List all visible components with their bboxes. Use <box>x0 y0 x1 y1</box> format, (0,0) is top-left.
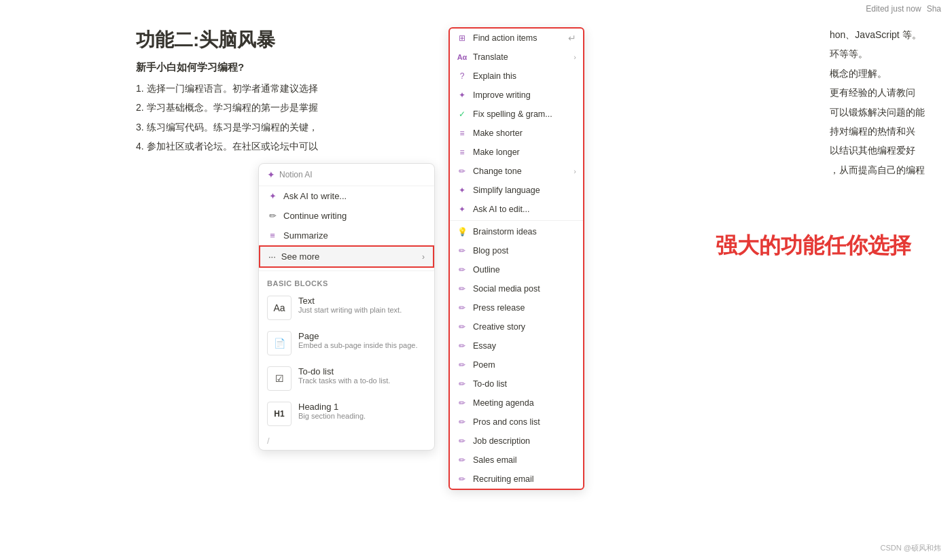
see-more-label: See more <box>281 251 319 262</box>
outline-item[interactable]: ✏ Outline <box>450 260 583 279</box>
explain-left: ? Explain this <box>457 71 516 82</box>
make-shorter-item[interactable]: ≡ Make shorter <box>450 124 583 143</box>
blog-post-item[interactable]: ✏ Blog post <box>450 241 583 260</box>
share-button[interactable]: Sha <box>927 4 941 14</box>
basic-blocks-header: Basic blocks <box>259 274 434 290</box>
find-action-left: ⊞ Find action items <box>457 33 537 43</box>
tone-arrow: › <box>574 167 576 175</box>
tone-icon: ✏ <box>457 166 468 177</box>
creative-label: Creative story <box>473 322 525 332</box>
ai-icon: ✦ <box>267 169 275 180</box>
pencil-icon-14: ✏ <box>457 474 468 485</box>
block-h1-desc: Big section heading. <box>298 412 366 420</box>
question-icon: ? <box>457 71 468 82</box>
creative-left: ✏ Creative story <box>457 321 525 332</box>
translate-label: Translate <box>473 52 508 62</box>
tone-left: ✏ Change tone <box>457 166 522 177</box>
tone-label: Change tone <box>473 167 522 176</box>
fix-spelling-item[interactable]: ✓ Fix spelling & gram... <box>450 105 583 124</box>
meeting-left: ✏ Meeting agenda <box>457 398 534 408</box>
h1-block-icon: H1 <box>267 402 292 426</box>
bulb-icon: 💡 <box>457 226 468 237</box>
pencil-icon-3: ✏ <box>457 264 468 275</box>
todo-left: ✏ To-do list <box>457 379 507 389</box>
page-block-icon: 📄 <box>267 331 292 355</box>
change-tone-item[interactable]: ✏ Change tone › <box>450 162 583 181</box>
translate-item[interactable]: Aα Translate › <box>450 48 583 67</box>
creative-story-item[interactable]: ✏ Creative story <box>450 317 583 336</box>
ask-ai-write-label: Ask AI to write... <box>283 191 347 201</box>
checkmark-icon: ✓ <box>457 109 468 120</box>
notion-ai-popup: ✦ Notion AI ✦ Ask AI to write... ✏ Conti… <box>258 163 435 451</box>
right-line-2: 环等等。 <box>830 46 925 61</box>
edited-status: Edited just now <box>866 4 921 14</box>
popup-title: Notion AI <box>279 170 313 179</box>
block-text-item[interactable]: Aa Text Just start writing with plain te… <box>259 290 434 326</box>
list-icon: ≡ <box>267 230 278 241</box>
blog-left: ✏ Blog post <box>457 245 508 256</box>
longer-left: ≡ Make longer <box>457 147 520 158</box>
sales-email-item[interactable]: ✏ Sales email <box>450 451 583 470</box>
pencil-icon-4: ✏ <box>457 283 468 294</box>
pencil-icon-1: ✏ <box>267 211 278 221</box>
right-line-7: 以结识其他编程爱好 <box>830 143 925 158</box>
simplify-item[interactable]: ✦ Simplify language <box>450 181 583 200</box>
social-media-item[interactable]: ✏ Social media post <box>450 279 583 298</box>
social-label: Social media post <box>473 284 540 294</box>
block-page-item[interactable]: 📄 Page Embed a sub-page inside this page… <box>259 326 434 361</box>
shorter-left: ≡ Make shorter <box>457 128 523 139</box>
right-line-8: ，从而提高自己的编程 <box>830 162 925 177</box>
pencil-icon-12: ✏ <box>457 436 468 447</box>
block-h1-item[interactable]: H1 Heading 1 Big section heading. <box>259 396 434 432</box>
poem-item[interactable]: ✏ Poem <box>450 355 583 374</box>
ask-ai-write-item[interactable]: ✦ Ask AI to write... <box>259 186 434 206</box>
simplify-left: ✦ Simplify language <box>457 185 540 196</box>
make-longer-item[interactable]: ≡ Make longer <box>450 143 583 162</box>
todo-list-item[interactable]: ✏ To-do list <box>450 374 583 393</box>
sparkle-icon: ✦ <box>267 191 278 201</box>
essay-item[interactable]: ✏ Essay <box>450 336 583 355</box>
grid-icon: ⊞ <box>457 33 468 43</box>
translate-icon: Aα <box>457 52 468 63</box>
poem-label: Poem <box>473 360 495 370</box>
recruiting-email-item[interactable]: ✏ Recruiting email <box>450 470 583 489</box>
poem-left: ✏ Poem <box>457 360 495 370</box>
outline-label: Outline <box>473 265 500 275</box>
see-more-left: ··· See more <box>268 251 319 262</box>
fix-label: Fix spelling & gram... <box>473 109 552 119</box>
improve-writing-item[interactable]: ✦ Improve writing <box>450 86 583 105</box>
summarize-label: Summarize <box>283 230 328 241</box>
pros-left: ✏ Pros and cons list <box>457 417 540 427</box>
sales-left: ✏ Sales email <box>457 455 517 466</box>
brainstorm-item[interactable]: 💡 Brainstorm ideas <box>450 222 583 241</box>
todo-label: To-do list <box>473 379 507 389</box>
see-more-item[interactable]: ··· See more › <box>259 245 434 268</box>
todo-block-icon: ☑ <box>267 366 292 391</box>
explain-this-item[interactable]: ? Explain this <box>450 67 583 86</box>
translate-left: Aα Translate <box>457 52 508 63</box>
block-page-desc: Embed a sub-page inside this page. <box>298 341 418 349</box>
block-todo-title: To-do list <box>298 366 390 377</box>
recruiting-label: Recruiting email <box>473 474 534 484</box>
press-release-item[interactable]: ✏ Press release <box>450 298 583 317</box>
ask-ai-edit-item[interactable]: ✦ Ask AI to edit... <box>450 200 583 219</box>
fix-left: ✓ Fix spelling & gram... <box>457 109 552 120</box>
shorter-label: Make shorter <box>473 128 523 138</box>
popup-header: ✦ Notion AI <box>259 164 434 186</box>
see-more-arrow: › <box>422 252 425 262</box>
enter-icon: ↵ <box>568 33 576 43</box>
find-action-items-item[interactable]: ⊞ Find action items ↵ <box>450 29 583 48</box>
block-h1-info: Heading 1 Big section heading. <box>298 402 366 420</box>
job-desc-item[interactable]: ✏ Job description <box>450 432 583 451</box>
popup-divider-1 <box>259 270 434 271</box>
block-todo-item[interactable]: ☑ To-do list Track tasks with a to-do li… <box>259 361 434 396</box>
pencil-icon-9: ✏ <box>457 379 468 389</box>
pencil-icon-13: ✏ <box>457 455 468 466</box>
sales-label: Sales email <box>473 455 517 465</box>
continue-writing-item[interactable]: ✏ Continue writing <box>259 206 434 226</box>
pros-cons-item[interactable]: ✏ Pros and cons list <box>450 413 583 432</box>
sparkle-icon-3: ✦ <box>457 185 468 196</box>
meeting-agenda-item[interactable]: ✏ Meeting agenda <box>450 393 583 413</box>
job-label: Job description <box>473 436 530 446</box>
summarize-item[interactable]: ≡ Summarize <box>259 226 434 245</box>
